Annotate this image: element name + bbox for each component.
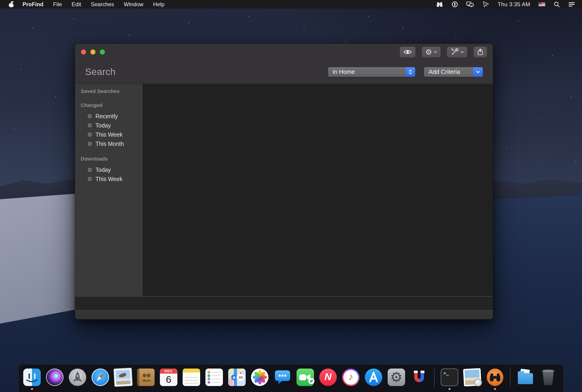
dock-item-launchpad[interactable] — [69, 368, 86, 386]
chevron-down-icon — [434, 51, 437, 53]
mail-icon — [114, 368, 132, 386]
dock-item-safari[interactable] — [92, 368, 109, 386]
menu-help[interactable]: Help — [153, 0, 164, 8]
messages-icon — [274, 368, 291, 386]
dock-item-siri[interactable] — [46, 368, 64, 386]
binoculars-icon[interactable] — [436, 1, 443, 8]
pointer-icon[interactable] — [482, 1, 489, 8]
sidebar-item-downloads-today[interactable]: ⚙ Today — [75, 165, 143, 174]
window-titlebar[interactable]: ⚙ — [75, 44, 493, 60]
trash-icon — [540, 368, 557, 386]
itunes-icon: ♪ — [342, 368, 360, 386]
dock-item-terminal[interactable]: >_ — [441, 368, 458, 386]
share-button[interactable] — [474, 47, 487, 58]
sidebar-item-today[interactable]: ⚙ Today — [75, 121, 143, 130]
page-title: Search — [85, 66, 116, 77]
calendar-icon: DEC 6 — [160, 368, 177, 386]
eye-icon — [403, 49, 412, 55]
dock-item-profind[interactable] — [486, 368, 504, 386]
dock-item-trash[interactable] — [540, 368, 557, 386]
dock: DEC 6 3D — [18, 364, 564, 392]
input-source-flag-icon[interactable] — [538, 2, 545, 6]
dock-item-magnet[interactable] — [410, 368, 428, 386]
sidebar: Saved Searches Changed ⚙ Recently ⚙ Toda… — [75, 84, 143, 296]
share-icon — [477, 48, 484, 56]
window-footer — [75, 310, 493, 319]
terminal-icon: >_ — [441, 368, 458, 386]
safari-icon — [92, 368, 109, 386]
gear-icon: ⚙ — [390, 370, 402, 384]
apple-menu[interactable] — [9, 1, 13, 8]
sidebar-section-downloads: Downloads ⚙ Today ⚙ This Week — [75, 156, 143, 184]
search-scope-popup[interactable]: in Home — [328, 67, 415, 77]
dock-item-itunes[interactable]: ♪ — [342, 368, 360, 386]
action-menu-button[interactable]: ⚙ — [422, 47, 440, 58]
dock-item-facetime[interactable] — [296, 368, 314, 386]
gear-icon: ⚙ — [87, 141, 96, 147]
maps-3d-badge: 3D — [236, 373, 245, 382]
menu-searches[interactable]: Searches — [91, 0, 114, 8]
calendar-day: 6 — [160, 374, 177, 386]
dock-item-downloads-folder[interactable] — [517, 368, 534, 386]
zoom-button[interactable] — [100, 50, 105, 54]
quick-look-button[interactable] — [400, 47, 416, 58]
dock-separator — [434, 368, 434, 387]
gear-icon: ⚙ — [87, 132, 96, 138]
chevron-down-icon — [473, 67, 483, 77]
dock-item-mail[interactable] — [114, 368, 132, 386]
downloads-folder-icon — [517, 368, 534, 386]
window-statusbar — [75, 296, 493, 310]
menu-bar: ProFind File Edit Searches Window Help — [0, 0, 582, 8]
hammer-wrench-icon — [450, 48, 459, 56]
dock-item-maps[interactable]: 3D — [228, 368, 246, 386]
search-header: Search in Home Add Criteria — [75, 60, 493, 84]
contacts-icon — [137, 368, 154, 386]
notes-icon — [183, 368, 200, 386]
dock-item-app-store[interactable] — [365, 368, 382, 386]
gear-icon: ⚙ — [87, 167, 96, 173]
results-area[interactable] — [143, 84, 493, 296]
menu-edit[interactable]: Edit — [72, 0, 81, 8]
minimize-button[interactable] — [90, 50, 96, 54]
apple-logo-icon — [9, 1, 14, 8]
dock-item-finder[interactable] — [23, 368, 41, 386]
sidebar-item-this-week[interactable]: ⚙ This Week — [75, 130, 143, 139]
menu-file[interactable]: File — [53, 0, 62, 8]
music-note-glyph: ♪ — [348, 371, 353, 382]
displays-icon[interactable] — [466, 1, 474, 8]
circled-zero-icon[interactable] — [452, 1, 458, 8]
sidebar-item-recently[interactable]: ⚙ Recently — [75, 112, 143, 121]
add-criteria-popup[interactable]: Add Criteria — [424, 67, 483, 77]
siri-icon — [46, 368, 64, 386]
gear-icon: ⚙ — [87, 122, 96, 128]
sidebar-section-header: Downloads — [75, 156, 143, 162]
news-letter: N — [324, 371, 332, 382]
dock-item-photos[interactable] — [251, 368, 268, 386]
dock-item-reminders[interactable] — [206, 368, 223, 386]
dock-item-news[interactable]: N — [319, 368, 337, 386]
news-icon: N — [319, 368, 337, 386]
dock-item-messages[interactable] — [274, 368, 291, 386]
dock-item-system-preferences[interactable]: ⚙ — [388, 368, 405, 386]
dock-item-calendar[interactable]: DEC 6 — [160, 368, 177, 386]
spotlight-search-icon[interactable] — [554, 1, 560, 8]
sidebar-item-this-month[interactable]: ⚙ This Month — [75, 139, 143, 148]
tools-menu-button[interactable] — [447, 47, 467, 58]
menu-window[interactable]: Window — [124, 0, 143, 8]
dock-item-preview[interactable] — [464, 368, 481, 386]
finder-icon — [23, 368, 41, 386]
gear-icon: ⚙ — [87, 114, 96, 119]
dock-item-contacts[interactable] — [137, 368, 154, 386]
dock-item-notes[interactable] — [183, 368, 200, 386]
sidebar-title: Saved Searches — [75, 88, 143, 95]
sidebar-item-downloads-this-week[interactable]: ⚙ This Week — [75, 174, 143, 184]
profind-icon — [487, 368, 503, 386]
close-button[interactable] — [81, 50, 86, 54]
terminal-prompt: >_ — [444, 370, 449, 376]
calendar-month: DEC — [160, 368, 177, 374]
menu-bar-clock[interactable]: Thu 3:35 AM — [498, 1, 530, 8]
notification-center-icon[interactable] — [568, 2, 575, 7]
chevron-down-icon — [460, 51, 464, 53]
magnet-icon — [410, 368, 428, 386]
menu-profind[interactable]: ProFind — [22, 0, 44, 8]
